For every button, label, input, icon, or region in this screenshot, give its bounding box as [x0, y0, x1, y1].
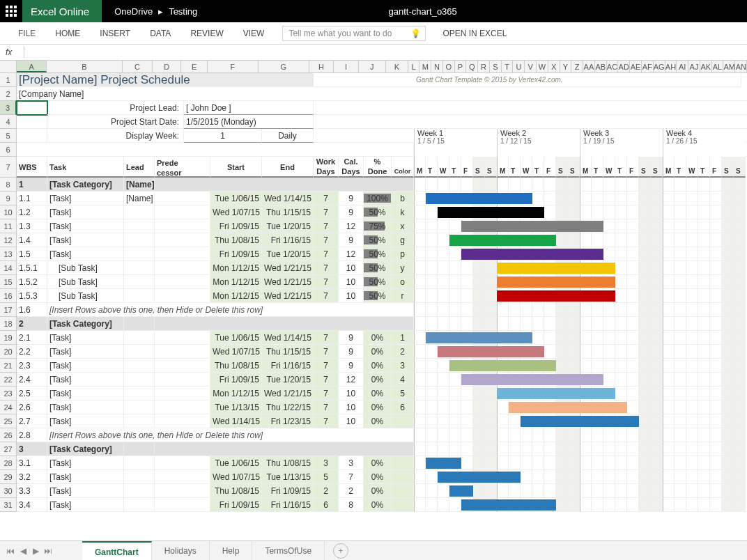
- project-title[interactable]: [Project Name] Project Schedule: [17, 73, 314, 87]
- row-header[interactable]: 12: [0, 233, 17, 247]
- cell[interactable]: [698, 456, 710, 470]
- cell[interactable]: [722, 289, 734, 303]
- cell[interactable]: 1.5.3: [17, 289, 47, 303]
- column-header[interactable]: Y: [560, 61, 572, 72]
- cell[interactable]: [426, 233, 438, 247]
- gantt-bar[interactable]: [426, 332, 532, 343]
- column-header[interactable]: K: [386, 61, 408, 72]
- cell[interactable]: 2: [392, 345, 414, 359]
- cell[interactable]: 10: [339, 387, 364, 400]
- column-header[interactable]: N: [431, 61, 443, 72]
- cell[interactable]: Start: [210, 157, 262, 178]
- formula-bar[interactable]: fx: [0, 45, 747, 61]
- row-header[interactable]: 1: [0, 73, 17, 87]
- cell[interactable]: [651, 456, 663, 470]
- cell[interactable]: 1.5.2: [17, 275, 47, 289]
- cell[interactable]: [686, 484, 698, 498]
- row-header[interactable]: 28: [0, 456, 17, 470]
- cell[interactable]: Tue 1/20/15: [262, 219, 314, 233]
- cell[interactable]: [639, 205, 651, 219]
- cell[interactable]: 3.1: [17, 456, 47, 470]
- cell[interactable]: [Name]: [124, 178, 155, 192]
- cell[interactable]: [426, 400, 438, 414]
- cell[interactable]: [521, 470, 532, 484]
- cell[interactable]: [414, 345, 426, 359]
- cell[interactable]: [592, 498, 603, 512]
- project-lead[interactable]: [ John Doe ]: [184, 101, 314, 115]
- cell[interactable]: [592, 428, 603, 442]
- cell[interactable]: 7: [339, 470, 364, 484]
- cell[interactable]: [473, 261, 485, 275]
- cell[interactable]: [627, 289, 639, 303]
- cell[interactable]: [438, 289, 449, 303]
- cell[interactable]: [710, 484, 722, 498]
- cell[interactable]: [497, 456, 509, 470]
- cell[interactable]: [627, 442, 639, 456]
- column-header[interactable]: M: [419, 61, 431, 72]
- cell[interactable]: 0%: [364, 373, 392, 387]
- cell[interactable]: [603, 456, 615, 470]
- cell[interactable]: 3: [392, 359, 414, 373]
- cell[interactable]: [461, 317, 473, 331]
- column-header[interactable]: G: [259, 61, 309, 72]
- gantt-bar[interactable]: [449, 235, 556, 246]
- cell[interactable]: [651, 387, 663, 400]
- cell[interactable]: 1.4: [17, 233, 47, 247]
- cell[interactable]: [675, 219, 686, 233]
- cell[interactable]: [734, 498, 746, 512]
- cell[interactable]: [438, 387, 449, 400]
- column-header[interactable]: C: [123, 61, 153, 72]
- cell[interactable]: [544, 456, 556, 470]
- cell[interactable]: [521, 178, 532, 192]
- cell[interactable]: [663, 331, 675, 345]
- cell[interactable]: 8: [339, 498, 364, 512]
- cell[interactable]: [568, 484, 580, 498]
- gantt-bar[interactable]: [461, 374, 603, 385]
- cell[interactable]: [734, 484, 746, 498]
- row-header[interactable]: 30: [0, 484, 17, 498]
- sheet-nav-prev-icon[interactable]: ◀: [17, 545, 29, 557]
- cell[interactable]: [580, 205, 592, 219]
- cell[interactable]: 7: [314, 345, 339, 359]
- cell[interactable]: Fri 1/23/15: [262, 414, 314, 428]
- cell[interactable]: Fri 1/16/15: [262, 233, 314, 247]
- cell[interactable]: [438, 414, 449, 428]
- cell[interactable]: [544, 303, 556, 317]
- cell[interactable]: [438, 219, 449, 233]
- cell[interactable]: [734, 414, 746, 428]
- cell[interactable]: 2.2: [17, 345, 47, 359]
- cell[interactable]: [414, 219, 426, 233]
- cell[interactable]: [734, 192, 746, 205]
- cell[interactable]: [710, 428, 722, 442]
- column-header[interactable]: AD: [618, 61, 630, 72]
- cell[interactable]: 10: [339, 261, 364, 275]
- cell[interactable]: [532, 178, 544, 192]
- cell[interactable]: [663, 373, 675, 387]
- cell[interactable]: [568, 498, 580, 512]
- cell[interactable]: [414, 317, 426, 331]
- column-header[interactable]: I: [334, 61, 358, 72]
- cell[interactable]: [639, 414, 651, 428]
- cell[interactable]: [521, 428, 532, 442]
- cell[interactable]: 3.3: [17, 484, 47, 498]
- cell[interactable]: T: [615, 157, 627, 178]
- cell[interactable]: [710, 275, 722, 289]
- gantt-bar[interactable]: [438, 472, 521, 483]
- cell[interactable]: [698, 470, 710, 484]
- cell[interactable]: [734, 428, 746, 442]
- cell[interactable]: [449, 317, 461, 331]
- cell[interactable]: [651, 289, 663, 303]
- cell[interactable]: [438, 261, 449, 275]
- cell[interactable]: [521, 303, 532, 317]
- cell[interactable]: 100%: [364, 192, 392, 205]
- cell[interactable]: [686, 400, 698, 414]
- cell[interactable]: [686, 498, 698, 512]
- cell[interactable]: [651, 345, 663, 359]
- cell[interactable]: 1.6: [17, 303, 47, 317]
- sheet-tab[interactable]: Help: [210, 541, 253, 561]
- cell[interactable]: [663, 275, 675, 289]
- cell[interactable]: [438, 498, 449, 512]
- cell[interactable]: [722, 359, 734, 373]
- cell[interactable]: 1.3: [17, 219, 47, 233]
- column-header[interactable]: AI: [677, 61, 688, 72]
